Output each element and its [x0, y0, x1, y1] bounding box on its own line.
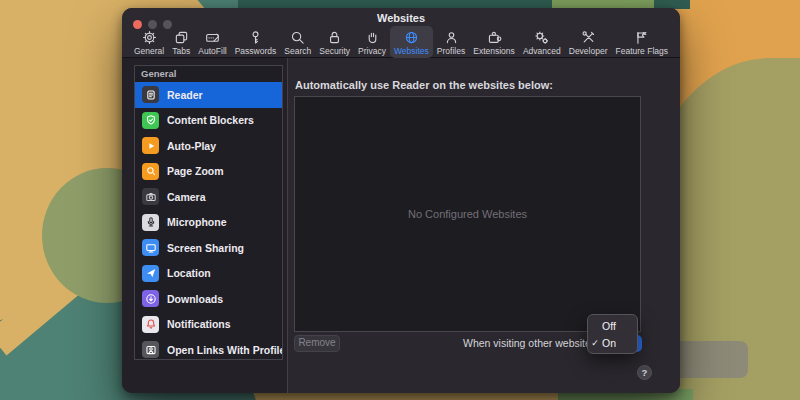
tab-label: Tabs	[172, 46, 190, 56]
minimize-button[interactable]	[148, 20, 157, 29]
sidebar-item-open-links-with-profile[interactable]: Open Links With Profile	[135, 337, 282, 360]
tab-label: Developer	[569, 46, 608, 56]
tab-general[interactable]: General	[130, 26, 168, 58]
tab-label: Extensions	[473, 46, 515, 56]
safari-settings-window: Websites General Tabs AutoFill Passwords…	[122, 8, 680, 393]
sidebar-item-auto-play[interactable]: Auto-Play	[135, 133, 282, 159]
key-icon	[248, 29, 263, 45]
sidebar-item-label: Microphone	[167, 216, 227, 228]
help-button[interactable]: ?	[637, 365, 652, 380]
tab-extensions[interactable]: Extensions	[469, 26, 519, 58]
reader-pane-header: Automatically use Reader on the websites…	[295, 79, 553, 91]
shield-check-icon	[142, 112, 159, 129]
sidebar-item-label: Notifications	[167, 318, 231, 330]
background-top-sage-strip	[552, 0, 654, 8]
sidebar-item-screen-sharing[interactable]: Screen Sharing	[135, 235, 282, 261]
microphone-icon	[142, 214, 159, 231]
flags-icon	[634, 29, 649, 45]
websites-sidebar-list: General Reader Content Blockers Auto-Pla…	[134, 65, 283, 360]
sidebar-item-location[interactable]: Location	[135, 261, 282, 287]
reader-icon	[142, 86, 159, 103]
sidebar-item-label: Open Links With Profile	[167, 344, 283, 356]
zoom-icon	[142, 163, 159, 180]
tab-label: Profiles	[437, 46, 465, 56]
tab-label: AutoFill	[198, 46, 226, 56]
profile-frame-icon	[142, 341, 159, 358]
sidebar-item-label: Screen Sharing	[167, 242, 244, 254]
sidebar-item-notifications[interactable]: Notifications	[135, 312, 282, 338]
play-icon	[142, 137, 159, 154]
hand-icon	[365, 29, 380, 45]
when-visiting-label: When visiting other websites:	[288, 337, 599, 349]
sidebar-item-camera[interactable]: Camera	[135, 184, 282, 210]
tab-developer[interactable]: Developer	[565, 26, 612, 58]
tab-feature-flags[interactable]: Feature Flags	[612, 26, 672, 58]
settings-toolbar: Websites General Tabs AutoFill Passwords…	[122, 8, 680, 58]
sidebar-item-label: Downloads	[167, 293, 223, 305]
tab-security[interactable]: Security	[315, 26, 354, 58]
download-icon	[142, 290, 159, 307]
tab-autofill[interactable]: AutoFill	[194, 26, 230, 58]
settings-content: General Reader Content Blockers Auto-Pla…	[122, 58, 680, 393]
settings-tabs: General Tabs AutoFill Passwords Search S…	[122, 25, 680, 58]
tab-privacy[interactable]: Privacy	[354, 26, 390, 58]
reader-settings-pane: Automatically use Reader on the websites…	[288, 58, 680, 393]
tab-label: General	[134, 46, 164, 56]
tab-advanced[interactable]: Advanced	[519, 26, 565, 58]
tab-label: Advanced	[523, 46, 561, 56]
gear-icon	[142, 29, 157, 45]
camera-icon	[142, 188, 159, 205]
tab-tabs[interactable]: Tabs	[168, 26, 194, 58]
tab-label: Privacy	[358, 46, 386, 56]
checkmark-icon: ✓	[588, 338, 602, 348]
tools-icon	[581, 29, 596, 45]
zoom-button[interactable]	[163, 20, 172, 29]
tab-search[interactable]: Search	[280, 26, 315, 58]
window-title: Websites	[122, 8, 680, 25]
screen-icon	[142, 239, 159, 256]
sidebar-item-label: Page Zoom	[167, 165, 224, 177]
sidebar-item-content-blockers[interactable]: Content Blockers	[135, 108, 282, 134]
sidebar-item-microphone[interactable]: Microphone	[135, 210, 282, 236]
tab-passwords[interactable]: Passwords	[231, 26, 281, 58]
close-button[interactable]	[133, 20, 142, 29]
tab-label: Websites	[394, 46, 429, 56]
websites-sidebar-pane: General Reader Content Blockers Auto-Pla…	[122, 58, 288, 393]
bell-icon	[142, 316, 159, 333]
sidebar-item-label: Reader	[167, 89, 203, 101]
navigation-icon	[142, 265, 159, 282]
tabs-icon	[174, 29, 189, 45]
globe-icon	[404, 29, 419, 45]
tab-label: Passwords	[235, 46, 277, 56]
sidebar-item-page-zoom[interactable]: Page Zoom	[135, 159, 282, 185]
sidebar-item-label: Auto-Play	[167, 140, 216, 152]
traffic-lights	[133, 20, 172, 29]
tab-label: Search	[284, 46, 311, 56]
reader-default-popup-menu: Off ✓ On	[587, 314, 638, 354]
autofill-icon	[205, 29, 220, 45]
tab-label: Feature Flags	[616, 46, 668, 56]
menu-item-on[interactable]: ✓ On	[588, 334, 637, 351]
sidebar-item-label: Camera	[167, 191, 206, 203]
gears-icon	[534, 29, 549, 45]
sidebar-item-label: Content Blockers	[167, 114, 254, 126]
tab-label: Security	[319, 46, 350, 56]
magnifier-icon	[290, 29, 305, 45]
sidebar-item-downloads[interactable]: Downloads	[135, 286, 282, 312]
empty-list-placeholder: No Configured Websites	[408, 208, 527, 220]
lock-icon	[327, 29, 342, 45]
sidebar-item-reader[interactable]: Reader	[135, 82, 282, 108]
puzzle-icon	[487, 29, 502, 45]
tab-websites[interactable]: Websites	[390, 26, 433, 58]
person-icon	[444, 29, 459, 45]
configured-websites-list[interactable]: No Configured Websites	[294, 96, 641, 332]
tab-profiles[interactable]: Profiles	[433, 26, 469, 58]
sidebar-section-header: General	[135, 66, 282, 82]
menu-item-off[interactable]: Off	[588, 317, 637, 334]
sidebar-item-label: Location	[167, 267, 211, 279]
